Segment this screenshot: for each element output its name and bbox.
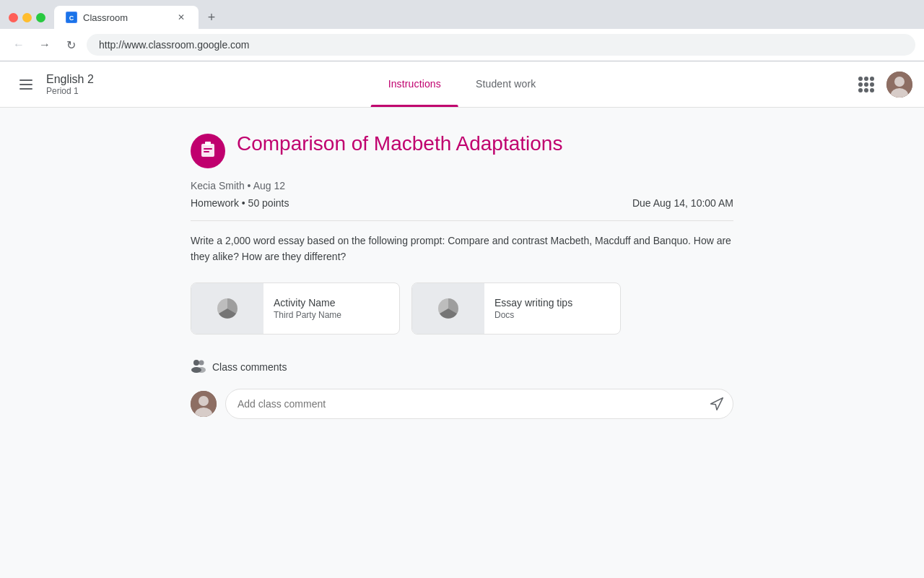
attachments: Activity Name Third Party Name Es: [191, 282, 733, 335]
grid-dot: [858, 88, 863, 92]
attachment-source-2: Docs: [494, 310, 610, 320]
svg-point-14: [197, 367, 206, 373]
hamburger-line-2: [19, 84, 32, 85]
tab-instructions[interactable]: Instructions: [371, 61, 458, 107]
attachment-info-1: Activity Name Third Party Name: [263, 288, 399, 329]
meta-separator: •: [248, 180, 253, 191]
apps-button[interactable]: [852, 70, 881, 99]
attachment-thumb-1: [191, 283, 263, 334]
attachment-source-1: Third Party Name: [274, 310, 389, 320]
assignment-points: 50 points: [248, 197, 289, 209]
hamburger-line-3: [19, 88, 32, 90]
assignment-icon: [191, 134, 225, 168]
send-button[interactable]: [704, 391, 730, 417]
forward-button[interactable]: →: [35, 35, 55, 55]
grid-dot: [864, 88, 868, 92]
top-nav: English 2 Period 1 Instructions Student …: [0, 61, 924, 108]
assignment-details: Homework • 50 points Due Aug 14, 10:00 A…: [191, 197, 733, 209]
maximize-button[interactable]: [36, 13, 45, 22]
tab-bar: C Classroom ✕ +: [54, 6, 222, 29]
address-bar: ← → ↻: [0, 29, 924, 61]
attachment-name-1: Activity Name: [274, 297, 389, 309]
svg-point-3: [894, 77, 905, 87]
svg-rect-5: [201, 144, 214, 157]
assignment-description: Write a 2,000 word essay based on the fo…: [191, 233, 733, 265]
comments-header: Class comments: [191, 358, 733, 377]
attachment-card-2[interactable]: Essay writing tips Docs: [411, 282, 621, 335]
main-content: Comparison of Macbeth Adaptations Kecia …: [0, 108, 924, 578]
points-info: Homework • 50 points: [191, 197, 289, 209]
assignment-date: Aug 12: [253, 180, 285, 191]
attachment-card-1[interactable]: Activity Name Third Party Name: [191, 282, 400, 335]
tab-close-button[interactable]: ✕: [175, 12, 187, 23]
class-period: Period 1: [46, 86, 94, 96]
reload-button[interactable]: ↻: [61, 35, 81, 55]
minimize-button[interactable]: [22, 13, 32, 22]
grid-dot: [870, 82, 874, 87]
avatar-image: [886, 72, 912, 98]
people-icon: [191, 358, 206, 377]
attachment-thumb-2: [412, 283, 484, 334]
clipboard-icon: [199, 139, 217, 163]
url-input[interactable]: [87, 34, 915, 56]
svg-rect-6: [205, 142, 211, 145]
grid-dot: [864, 77, 868, 81]
grid-dot: [858, 77, 863, 81]
content-wrapper: Comparison of Macbeth Adaptations Kecia …: [173, 131, 751, 419]
tab-student-work[interactable]: Student work: [458, 61, 553, 107]
grid-dot: [858, 82, 863, 87]
comments-section: Class comments: [191, 358, 733, 419]
svg-rect-8: [204, 151, 209, 152]
hamburger-line-1: [19, 79, 32, 81]
active-tab[interactable]: C Classroom ✕: [54, 6, 199, 29]
pie-chart-icon-1: [214, 296, 240, 322]
close-button[interactable]: [9, 13, 18, 22]
divider: [191, 220, 733, 221]
pie-chart-icon-2: [435, 296, 461, 322]
svg-text:C: C: [69, 14, 74, 22]
points-separator: •: [242, 197, 248, 209]
assignment-meta: Kecia Smith • Aug 12: [191, 180, 733, 191]
menu-button[interactable]: [12, 70, 40, 99]
browser-chrome: C Classroom ✕ + ← → ↻: [0, 0, 924, 61]
grid-dot: [870, 77, 874, 81]
tab-favicon: C: [66, 12, 77, 23]
class-info: English 2 Period 1: [46, 72, 94, 96]
due-date: Due Aug 14, 10:00 AM: [632, 197, 733, 209]
svg-point-12: [199, 360, 204, 365]
grid-icon: [858, 77, 874, 92]
assignment-title: Comparison of Macbeth Adaptations: [237, 131, 562, 157]
attachment-info-2: Essay writing tips Docs: [484, 288, 620, 329]
comment-input-wrapper: [225, 389, 733, 419]
app: English 2 Period 1 Instructions Student …: [0, 61, 924, 578]
comment-input-row: [191, 389, 733, 419]
comment-avatar: [191, 391, 217, 417]
assignment-header: Comparison of Macbeth Adaptations: [191, 131, 733, 168]
nav-right: [852, 70, 912, 99]
avatar[interactable]: [886, 72, 912, 98]
class-name: English 2: [46, 72, 94, 86]
comment-input[interactable]: [237, 389, 704, 418]
svg-point-16: [199, 396, 209, 406]
comments-title: Class comments: [212, 361, 287, 373]
attachment-name-2: Essay writing tips: [494, 297, 610, 309]
comment-avatar-image: [191, 391, 217, 417]
send-icon: [710, 397, 724, 411]
back-button[interactable]: ←: [9, 35, 29, 55]
svg-point-11: [193, 360, 199, 366]
nav-tabs: Instructions Student work: [371, 61, 554, 107]
title-bar: C Classroom ✕ +: [0, 0, 924, 29]
new-tab-button[interactable]: +: [201, 7, 222, 27]
author-name: Kecia Smith: [191, 180, 245, 191]
svg-rect-7: [204, 148, 212, 150]
grid-dot: [864, 82, 868, 87]
assignment-type: Homework: [191, 197, 239, 209]
tab-title: Classroom: [83, 12, 128, 23]
grid-dot: [870, 88, 874, 92]
window-controls: [9, 13, 45, 22]
